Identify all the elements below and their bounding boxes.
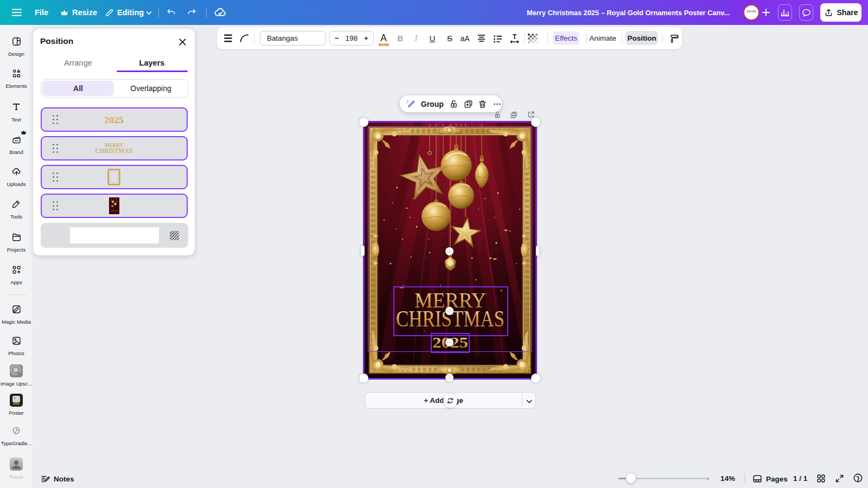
svg-text:T: T — [512, 33, 516, 41]
svg-text:co: co — [15, 139, 18, 142]
svg-text:CHRISTMAS: CHRISTMAS — [95, 147, 133, 155]
svg-text:2025: 2025 — [105, 114, 124, 125]
